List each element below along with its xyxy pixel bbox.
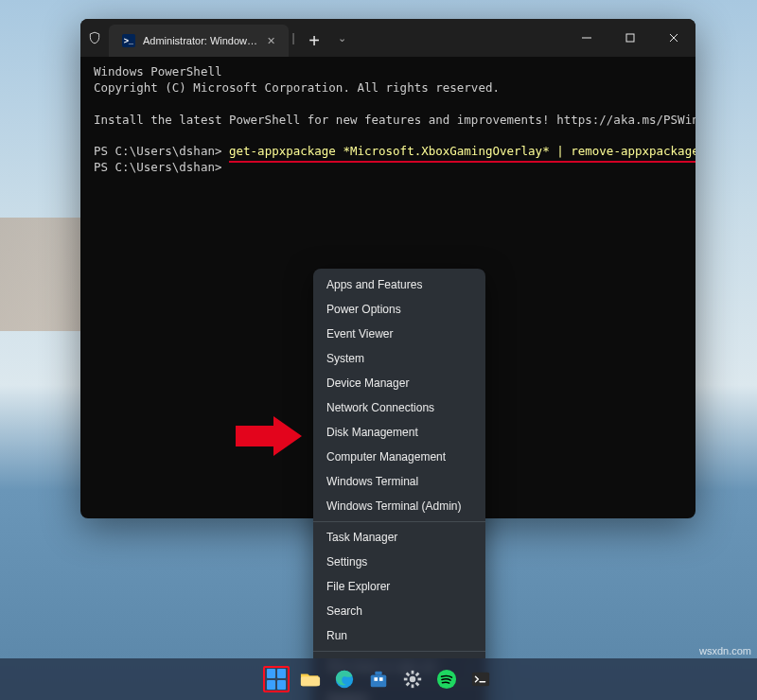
taskbar-spotify[interactable] xyxy=(433,666,460,692)
titlebar: >_ Administrator: Windows Powe ✕ | + ⌄ xyxy=(80,19,695,57)
tab-close-icon[interactable]: ✕ xyxy=(267,35,275,47)
svg-line-18 xyxy=(407,683,410,686)
prompt1-command: get-appxpackage *Microsoft.XboxGamingOve… xyxy=(229,144,695,158)
menu-system[interactable]: System xyxy=(313,346,485,371)
menu-network-connections[interactable]: Network Connections xyxy=(313,395,485,420)
line-install-msg: Install the latest PowerShell for new fe… xyxy=(94,113,695,127)
minimize-button[interactable] xyxy=(565,19,608,57)
svg-rect-21 xyxy=(472,673,489,687)
prompt2-path: C:\Users\dshan> xyxy=(115,160,229,174)
menu-apps-and-features[interactable]: Apps and Features xyxy=(313,272,485,297)
menu-disk-management[interactable]: Disk Management xyxy=(313,420,485,445)
taskbar-file-explorer[interactable] xyxy=(297,666,324,692)
svg-rect-1 xyxy=(626,34,634,42)
tab-title: Administrator: Windows Powe xyxy=(143,35,259,46)
start-button[interactable] xyxy=(263,666,290,692)
menu-event-viewer[interactable]: Event Viewer xyxy=(313,322,485,346)
svg-rect-8 xyxy=(375,672,381,675)
menu-power-options[interactable]: Power Options xyxy=(313,297,485,322)
svg-rect-10 xyxy=(379,677,383,681)
svg-line-16 xyxy=(407,674,410,676)
svg-rect-9 xyxy=(374,677,378,681)
menu-search[interactable]: Search xyxy=(313,599,485,623)
svg-rect-7 xyxy=(371,674,387,687)
menu-separator xyxy=(313,651,485,652)
menu-device-manager[interactable]: Device Manager xyxy=(313,371,485,395)
maximize-button[interactable] xyxy=(608,19,652,57)
menu-separator xyxy=(313,521,485,522)
taskbar-terminal[interactable] xyxy=(467,666,494,692)
windows-logo-icon xyxy=(267,669,286,690)
uac-shield-icon xyxy=(80,19,109,57)
menu-settings[interactable]: Settings xyxy=(313,550,485,574)
menu-computer-management[interactable]: Computer Management xyxy=(313,445,485,469)
prompt1-ps: PS xyxy=(94,144,115,158)
menu-windows-terminal-admin[interactable]: Windows Terminal (Admin) xyxy=(313,494,485,518)
taskbar-ms-store[interactable] xyxy=(365,666,392,692)
red-arrow-annotation xyxy=(236,416,302,456)
powershell-icon: >_ xyxy=(122,34,135,47)
new-tab-button[interactable]: + xyxy=(298,25,330,57)
winx-context-menu: Apps and Features Power Options Event Vi… xyxy=(313,269,485,700)
watermark: wsxdn.com xyxy=(699,645,751,656)
prompt2-ps: PS xyxy=(94,160,115,174)
close-button[interactable] xyxy=(652,19,695,57)
svg-point-11 xyxy=(410,676,415,682)
svg-marker-4 xyxy=(236,416,302,456)
tab-dropdown-icon[interactable]: ⌄ xyxy=(330,19,353,57)
menu-run[interactable]: Run xyxy=(313,623,485,648)
tab-powershell[interactable]: >_ Administrator: Windows Powe ✕ xyxy=(109,25,289,57)
taskbar-edge[interactable] xyxy=(331,666,358,692)
line-header2: Copyright (C) Microsoft Corporation. All… xyxy=(94,80,500,95)
taskbar-settings[interactable] xyxy=(399,666,426,692)
line-header1: Windows PowerShell xyxy=(94,64,221,79)
svg-line-19 xyxy=(416,674,419,676)
svg-rect-5 xyxy=(301,676,320,686)
taskbar xyxy=(0,658,757,700)
svg-line-17 xyxy=(416,683,419,686)
menu-file-explorer[interactable]: File Explorer xyxy=(313,574,485,599)
prompt1-path: C:\Users\dshan> xyxy=(115,144,229,158)
menu-windows-terminal[interactable]: Windows Terminal xyxy=(313,469,485,494)
menu-task-manager[interactable]: Task Manager xyxy=(313,525,485,550)
